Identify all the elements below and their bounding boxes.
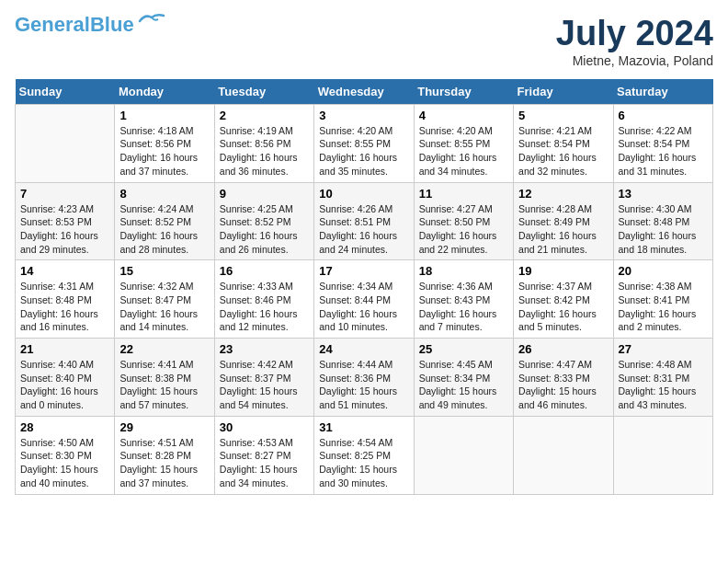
calendar-cell: 4Sunrise: 4:20 AMSunset: 8:55 PMDaylight…	[414, 104, 513, 182]
day-info: Sunrise: 4:50 AMSunset: 8:30 PMDaylight:…	[20, 436, 109, 490]
day-number: 14	[20, 264, 109, 278]
calendar-cell: 24Sunrise: 4:44 AMSunset: 8:36 PMDayligh…	[314, 339, 414, 417]
day-info: Sunrise: 4:26 AMSunset: 8:51 PMDaylight:…	[319, 202, 408, 257]
day-number: 11	[419, 187, 508, 201]
day-info: Sunrise: 4:33 AMSunset: 8:46 PMDaylight:…	[220, 280, 309, 334]
week-row-4: 21Sunrise: 4:40 AMSunset: 8:40 PMDayligh…	[16, 339, 713, 417]
week-row-5: 28Sunrise: 4:50 AMSunset: 8:30 PMDayligh…	[16, 416, 713, 494]
logo: GeneralBlue	[15, 15, 165, 35]
day-number: 22	[119, 342, 209, 356]
day-info: Sunrise: 4:27 AMSunset: 8:50 PMDaylight:…	[419, 202, 508, 257]
day-info: Sunrise: 4:51 AMSunset: 8:28 PMDaylight:…	[119, 436, 209, 490]
day-info: Sunrise: 4:54 AMSunset: 8:25 PMDaylight:…	[319, 436, 408, 490]
day-info: Sunrise: 4:25 AMSunset: 8:52 PMDaylight:…	[220, 202, 309, 257]
day-number: 26	[518, 342, 608, 356]
day-info: Sunrise: 4:45 AMSunset: 8:34 PMDaylight:…	[419, 358, 508, 412]
day-number: 25	[419, 342, 508, 356]
day-number: 31	[319, 420, 408, 434]
calendar-table: SundayMondayTuesdayWednesdayThursdayFrid…	[15, 79, 713, 495]
calendar-cell: 6Sunrise: 4:22 AMSunset: 8:54 PMDaylight…	[613, 104, 712, 182]
day-info: Sunrise: 4:48 AMSunset: 8:31 PMDaylight:…	[619, 358, 708, 412]
day-info: Sunrise: 4:30 AMSunset: 8:48 PMDaylight:…	[619, 202, 708, 257]
day-number: 21	[20, 342, 109, 356]
calendar-cell: 19Sunrise: 4:37 AMSunset: 8:42 PMDayligh…	[514, 260, 613, 339]
day-number: 19	[518, 264, 608, 278]
day-number: 5	[518, 109, 608, 122]
day-info: Sunrise: 4:24 AMSunset: 8:52 PMDaylight:…	[119, 202, 209, 257]
calendar-cell: 31Sunrise: 4:54 AMSunset: 8:25 PMDayligh…	[314, 416, 414, 494]
day-info: Sunrise: 4:53 AMSunset: 8:27 PMDaylight:…	[220, 436, 309, 490]
day-info: Sunrise: 4:37 AMSunset: 8:42 PMDaylight:…	[518, 280, 608, 334]
calendar-cell: 28Sunrise: 4:50 AMSunset: 8:30 PMDayligh…	[16, 416, 115, 494]
calendar-cell: 5Sunrise: 4:21 AMSunset: 8:54 PMDaylight…	[514, 104, 613, 182]
day-info: Sunrise: 4:20 AMSunset: 8:55 PMDaylight:…	[419, 124, 508, 178]
page-header: GeneralBlue July 2024 Mietne, Mazovia, P…	[15, 15, 713, 68]
logo-part2: Blue	[90, 13, 134, 36]
day-info: Sunrise: 4:44 AMSunset: 8:36 PMDaylight:…	[319, 358, 408, 412]
day-info: Sunrise: 4:42 AMSunset: 8:37 PMDaylight:…	[220, 358, 309, 412]
calendar-cell: 18Sunrise: 4:36 AMSunset: 8:43 PMDayligh…	[414, 260, 513, 339]
day-number: 3	[319, 109, 408, 122]
calendar-cell: 11Sunrise: 4:27 AMSunset: 8:50 PMDayligh…	[414, 182, 513, 260]
calendar-cell: 25Sunrise: 4:45 AMSunset: 8:34 PMDayligh…	[414, 339, 513, 417]
day-info: Sunrise: 4:34 AMSunset: 8:44 PMDaylight:…	[319, 280, 408, 334]
col-header-monday: Monday	[115, 79, 214, 105]
column-header-row: SundayMondayTuesdayWednesdayThursdayFrid…	[16, 79, 713, 105]
day-info: Sunrise: 4:32 AMSunset: 8:47 PMDaylight:…	[119, 280, 209, 334]
week-row-2: 7Sunrise: 4:23 AMSunset: 8:53 PMDaylight…	[16, 182, 713, 260]
day-info: Sunrise: 4:47 AMSunset: 8:33 PMDaylight:…	[518, 358, 608, 412]
calendar-cell: 12Sunrise: 4:28 AMSunset: 8:49 PMDayligh…	[514, 182, 613, 260]
calendar-cell: 30Sunrise: 4:53 AMSunset: 8:27 PMDayligh…	[214, 416, 313, 494]
calendar-cell: 15Sunrise: 4:32 AMSunset: 8:47 PMDayligh…	[115, 260, 214, 339]
day-number: 15	[119, 264, 209, 278]
logo-bird-icon	[138, 12, 165, 30]
col-header-tuesday: Tuesday	[214, 79, 313, 105]
week-row-3: 14Sunrise: 4:31 AMSunset: 8:48 PMDayligh…	[16, 260, 713, 339]
day-number: 10	[319, 187, 408, 201]
day-info: Sunrise: 4:28 AMSunset: 8:49 PMDaylight:…	[518, 202, 608, 257]
day-number: 7	[20, 187, 109, 201]
location-subtitle: Mietne, Mazovia, Poland	[556, 53, 713, 68]
calendar-cell: 14Sunrise: 4:31 AMSunset: 8:48 PMDayligh…	[16, 260, 115, 339]
day-info: Sunrise: 4:41 AMSunset: 8:38 PMDaylight:…	[119, 358, 209, 412]
calendar-cell: 7Sunrise: 4:23 AMSunset: 8:53 PMDaylight…	[16, 182, 115, 260]
day-info: Sunrise: 4:36 AMSunset: 8:43 PMDaylight:…	[419, 280, 508, 334]
title-block: July 2024 Mietne, Mazovia, Poland	[556, 15, 713, 68]
week-row-1: 1Sunrise: 4:18 AMSunset: 8:56 PMDaylight…	[16, 104, 713, 182]
day-number: 17	[319, 264, 408, 278]
day-info: Sunrise: 4:31 AMSunset: 8:48 PMDaylight:…	[20, 280, 109, 334]
day-number: 24	[319, 342, 408, 356]
day-number: 18	[419, 264, 508, 278]
calendar-cell: 9Sunrise: 4:25 AMSunset: 8:52 PMDaylight…	[214, 182, 313, 260]
calendar-cell: 8Sunrise: 4:24 AMSunset: 8:52 PMDaylight…	[115, 182, 214, 260]
day-number: 2	[220, 109, 309, 122]
day-info: Sunrise: 4:40 AMSunset: 8:40 PMDaylight:…	[20, 358, 109, 412]
calendar-cell: 22Sunrise: 4:41 AMSunset: 8:38 PMDayligh…	[115, 339, 214, 417]
day-info: Sunrise: 4:21 AMSunset: 8:54 PMDaylight:…	[518, 124, 608, 178]
calendar-cell: 23Sunrise: 4:42 AMSunset: 8:37 PMDayligh…	[214, 339, 313, 417]
day-number: 29	[119, 420, 209, 434]
calendar-cell: 26Sunrise: 4:47 AMSunset: 8:33 PMDayligh…	[514, 339, 613, 417]
day-info: Sunrise: 4:18 AMSunset: 8:56 PMDaylight:…	[119, 124, 209, 178]
day-number: 8	[119, 187, 209, 201]
calendar-cell	[414, 416, 513, 494]
day-info: Sunrise: 4:38 AMSunset: 8:41 PMDaylight:…	[619, 280, 708, 334]
calendar-cell	[16, 104, 115, 182]
day-number: 16	[220, 264, 309, 278]
logo-part1: General	[15, 13, 90, 36]
day-number: 30	[220, 420, 309, 434]
day-number: 23	[220, 342, 309, 356]
calendar-cell: 3Sunrise: 4:20 AMSunset: 8:55 PMDaylight…	[314, 104, 414, 182]
col-header-friday: Friday	[514, 79, 613, 105]
day-number: 9	[220, 187, 309, 201]
calendar-cell: 16Sunrise: 4:33 AMSunset: 8:46 PMDayligh…	[214, 260, 313, 339]
col-header-sunday: Sunday	[16, 79, 115, 105]
calendar-cell	[613, 416, 712, 494]
day-number: 1	[119, 109, 209, 122]
day-info: Sunrise: 4:20 AMSunset: 8:55 PMDaylight:…	[319, 124, 408, 178]
day-number: 13	[619, 187, 708, 201]
calendar-cell: 21Sunrise: 4:40 AMSunset: 8:40 PMDayligh…	[16, 339, 115, 417]
calendar-cell: 1Sunrise: 4:18 AMSunset: 8:56 PMDaylight…	[115, 104, 214, 182]
day-info: Sunrise: 4:23 AMSunset: 8:53 PMDaylight:…	[20, 202, 109, 257]
calendar-cell: 20Sunrise: 4:38 AMSunset: 8:41 PMDayligh…	[613, 260, 712, 339]
